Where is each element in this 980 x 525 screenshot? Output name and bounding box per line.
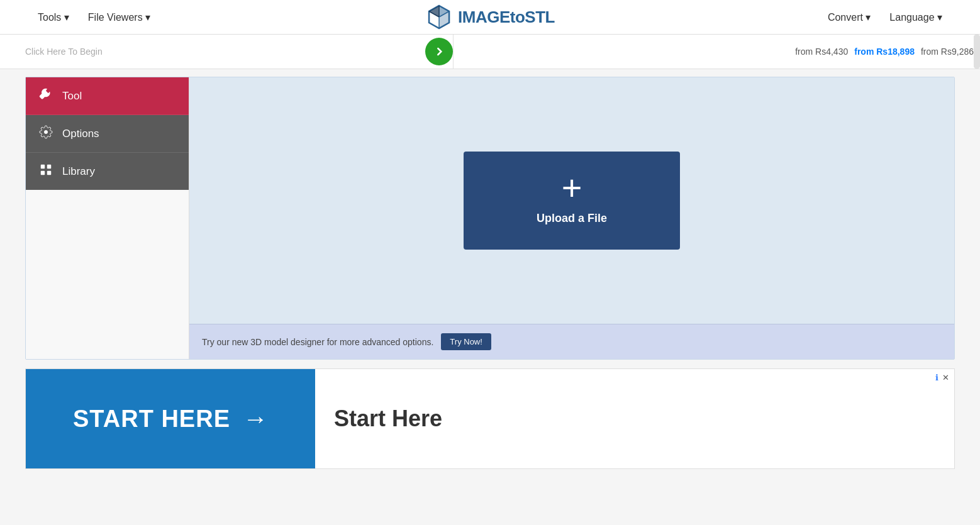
svg-rect-12 [47,165,51,169]
banner-arrow-button[interactable] [425,38,453,65]
footer-text: Try our new 3D model designer for more a… [202,337,433,347]
price-2: from Rs18,898 [854,47,915,57]
workspace-footer: Try our new 3D model designer for more a… [189,324,954,359]
banner-click-text: Click Here To Begin [25,47,103,57]
banner-prices: from Rs4,430 from Rs18,898 from Rs9,286 [453,35,980,69]
header: Tools ▾ File Viewers ▾ IMAGEtoSTL Conver… [0,0,980,35]
banner-scrollbar[interactable] [974,35,980,69]
ad-start-arrow-icon: → [243,405,268,433]
library-tab-label: Library [62,165,95,178]
upload-label: Upload a File [537,212,607,225]
ad-info-icon[interactable]: ℹ [935,373,938,382]
tool-tab-label: Tool [62,90,82,102]
svg-rect-11 [41,171,45,175]
main-content: Tool Options [0,69,980,477]
ad-start-text: START HERE [73,406,230,433]
plus-icon: + [562,170,582,206]
header-nav-left: Tools ▾ File Viewers ▾ [38,11,150,23]
logo-text: IMAGEtoSTL [458,8,555,27]
sidebar: Tool Options [26,77,189,359]
price-1: from Rs4,430 [795,47,848,57]
gear-icon [38,125,53,142]
ad-close-icon[interactable]: ✕ [942,373,949,382]
sidebar-tab-tool[interactable]: Tool [26,77,189,115]
language-menu[interactable]: Language ▾ [889,11,942,23]
convert-menu[interactable]: Convert ▾ [828,11,871,23]
workspace: + Upload a File Try our new 3D model des… [189,77,954,359]
banner-left: Click Here To Begin [25,38,453,65]
upload-area: + Upload a File [189,77,954,324]
tools-menu[interactable]: Tools ▾ [38,11,69,23]
header-nav-right: Convert ▾ Language ▾ [828,11,942,23]
sidebar-tab-options[interactable]: Options [26,115,189,153]
ad-right-content: Start Here [315,369,954,468]
library-icon [38,163,53,180]
sidebar-tab-library[interactable]: Library [26,153,189,190]
svg-marker-2 [429,6,439,17]
arrow-right-icon [433,45,445,58]
ad-start-inner: START HERE → [26,369,315,468]
svg-rect-10 [41,165,45,169]
banner-strip: Click Here To Begin from Rs4,430 from Rs… [0,35,980,69]
options-tab-label: Options [62,128,99,140]
ad-right-title: Start Here [334,406,935,432]
try-now-button[interactable]: Try Now! [441,333,491,350]
ad-start-button-area[interactable]: START HERE → [26,369,315,468]
ad-area: ℹ ✕ START HERE → Start Here [25,368,955,469]
price-3: from Rs9,286 [921,47,974,57]
wrench-icon [38,87,53,104]
svg-rect-13 [47,171,51,175]
ad-info-bar: ℹ ✕ [935,373,949,382]
header-logo[interactable]: IMAGEtoSTL [425,3,555,31]
upload-button[interactable]: + Upload a File [464,152,680,250]
tool-panel: Tool Options [25,77,955,360]
file-viewers-menu[interactable]: File Viewers ▾ [88,11,150,23]
logo-cube-icon [425,3,453,31]
svg-point-9 [44,130,48,134]
